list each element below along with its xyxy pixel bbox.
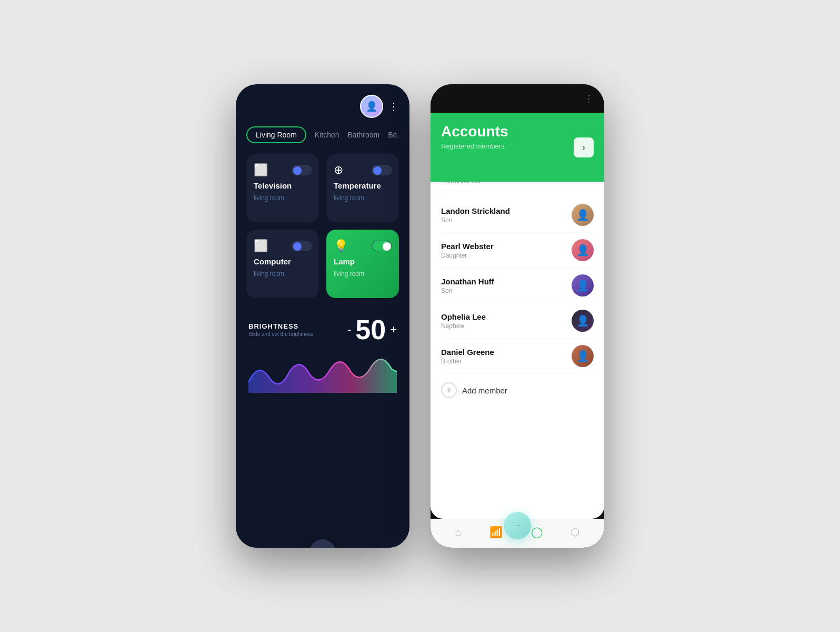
nav2-settings-icon[interactable]: ⬡ xyxy=(571,526,579,538)
temperature-label: Temperature xyxy=(334,181,392,190)
member-role: Son xyxy=(441,287,494,294)
add-member-label: Add member xyxy=(462,386,507,395)
brightness-title: BRIGHTNESS xyxy=(248,322,313,330)
add-member-button[interactable]: + Add member xyxy=(441,374,594,407)
television-sublabel: living room xyxy=(254,194,312,202)
lamp-label: Lamp xyxy=(334,257,392,266)
member-row[interactable]: Pearl Webster Daughter 👤 xyxy=(441,233,594,268)
brightness-subtitle: Slide and set the brightness xyxy=(248,331,313,337)
lamp-icon: 💡 xyxy=(334,239,348,253)
computer-toggle[interactable] xyxy=(292,241,312,251)
user-avatar[interactable]: 👤 xyxy=(360,95,383,118)
tab-living-room[interactable]: Living Room xyxy=(246,126,306,143)
toggle-knob xyxy=(293,166,302,175)
nav2-wifi-icon[interactable]: 📶 xyxy=(489,526,503,538)
phone2-top-bar: ⋮ xyxy=(431,84,604,113)
phone2-fab-button[interactable]: ··· xyxy=(504,512,531,539)
member-name: Jonathan Huff xyxy=(441,277,494,286)
member-role: Brother xyxy=(441,358,494,365)
brightness-value: 50 xyxy=(355,314,386,345)
accounts-navigate-button[interactable]: › xyxy=(574,137,594,157)
member-row[interactable]: Jonathan Huff Son 👤 xyxy=(441,268,594,303)
lamp-card[interactable]: 💡 Lamp living room xyxy=(326,230,399,298)
accounts-subtitle: Registered members xyxy=(441,142,594,150)
computer-card[interactable]: ⬜ Computer living room xyxy=(246,230,319,298)
accounts-header: Accounts Registered members › xyxy=(431,113,604,182)
brightness-increase[interactable]: + xyxy=(390,323,397,337)
member-role: Nephew xyxy=(441,322,486,330)
nav2-home-icon[interactable]: ⌂ xyxy=(455,526,462,538)
member-avatar: 👤 xyxy=(572,345,594,367)
phone2-content: ⋮ Accounts Registered members › Members … xyxy=(431,84,604,548)
computer-sublabel: living room xyxy=(254,270,312,278)
room-tabs: Living Room Kitchen Bathroom Be... xyxy=(246,126,399,143)
computer-label: Computer xyxy=(254,257,312,266)
member-name: Landon Strickland xyxy=(441,206,510,215)
television-label: Television xyxy=(254,181,312,190)
lamp-toggle[interactable] xyxy=(372,241,392,251)
more-options-button[interactable]: ⋮ xyxy=(388,100,399,113)
phone1-dark: 👤 ⋮ Living Room Kitchen Bathroom Be... ⬜… xyxy=(236,84,409,548)
member-name: Pearl Webster xyxy=(441,242,494,251)
brightness-control: - 50 + xyxy=(347,314,397,345)
member-avatar: 👤 xyxy=(572,274,594,297)
toggle-knob xyxy=(293,242,302,251)
member-name: Daniel Greene xyxy=(441,348,494,357)
television-toggle[interactable] xyxy=(292,165,312,175)
phone1-header: 👤 ⋮ xyxy=(246,95,399,118)
phone2-white: ⋮ Accounts Registered members › Members … xyxy=(431,84,604,548)
member-avatar: 👤 xyxy=(572,239,594,261)
temperature-sublabel: living room xyxy=(334,194,392,202)
lamp-sublabel: living room xyxy=(334,270,392,278)
member-role: Son xyxy=(441,216,510,224)
tab-kitchen[interactable]: Kitchen xyxy=(315,131,339,139)
members-panel: Members list Landon Strickland Son 👤 Pea… xyxy=(431,166,604,519)
computer-icon: ⬜ xyxy=(254,239,268,253)
brightness-decrease[interactable]: - xyxy=(347,323,351,337)
member-role: Daughter xyxy=(441,252,494,259)
member-avatar: 👤 xyxy=(572,204,594,226)
television-card[interactable]: ⬜ Television living room xyxy=(246,154,319,222)
tab-bedroom[interactable]: Be... xyxy=(388,131,399,139)
device-grid: ⬜ Television living room ⊕ Temperature xyxy=(246,154,399,298)
member-row[interactable]: Ophelia Lee Nephew 👤 xyxy=(441,303,594,339)
toggle-knob xyxy=(383,242,391,251)
phone2-more-options[interactable]: ⋮ xyxy=(584,93,594,104)
brightness-section: BRIGHTNESS Slide and set the brightness … xyxy=(246,305,399,548)
temperature-toggle[interactable] xyxy=(372,165,392,175)
member-name: Ophelia Lee xyxy=(441,312,486,321)
television-icon: ⬜ xyxy=(254,163,268,177)
brightness-header: BRIGHTNESS Slide and set the brightness … xyxy=(248,314,397,345)
phone2-bottom-nav: ⌂ 📶 ··· ◯ ⬡ xyxy=(431,519,604,548)
accounts-title: Accounts xyxy=(441,123,594,140)
member-row[interactable]: Daniel Greene Brother 👤 xyxy=(441,339,594,374)
nav2-profile-icon[interactable]: ◯ xyxy=(531,526,543,538)
temperature-icon: ⊕ xyxy=(334,163,343,177)
member-row[interactable]: Landon Strickland Son 👤 xyxy=(441,197,594,233)
tab-bathroom[interactable]: Bathroom xyxy=(348,131,380,139)
temperature-card[interactable]: ⊕ Temperature living room xyxy=(326,154,399,222)
toggle-knob xyxy=(373,166,382,175)
member-avatar: 👤 xyxy=(572,310,594,332)
brightness-waveform[interactable] xyxy=(248,351,397,393)
add-plus-icon: + xyxy=(441,382,457,398)
